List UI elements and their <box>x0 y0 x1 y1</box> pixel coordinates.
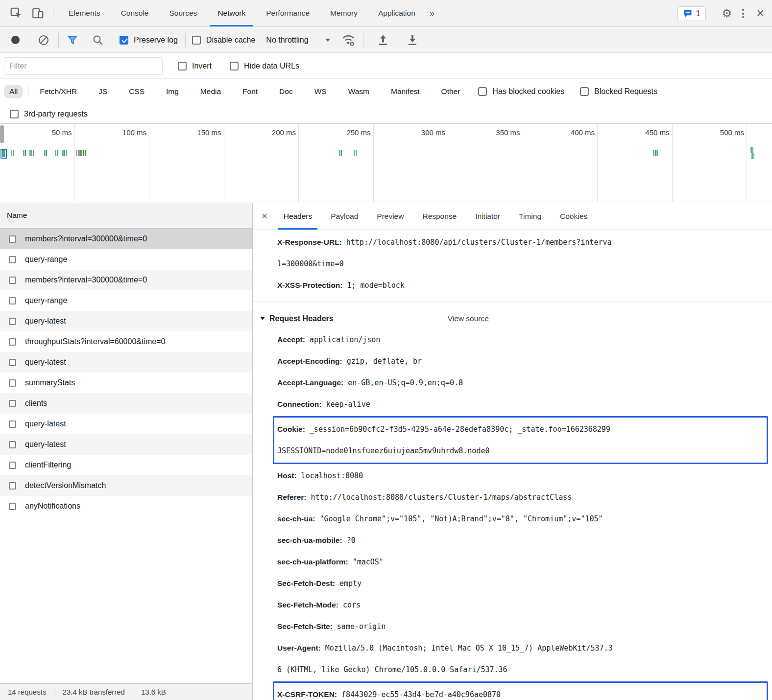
tab-memory[interactable]: Memory <box>320 0 368 26</box>
type-filter-fetch-xhr[interactable]: Fetch/XHR <box>34 85 82 98</box>
row-checkbox[interactable] <box>9 277 16 284</box>
tab-application[interactable]: Application <box>368 0 426 26</box>
throttling-dropdown[interactable]: No throttling <box>266 36 330 45</box>
row-checkbox[interactable] <box>9 338 16 346</box>
table-row[interactable]: throughputStats?interval=60000&time=0 <box>0 331 252 352</box>
tab-network[interactable]: Network <box>207 0 256 26</box>
request-mark[interactable] <box>23 150 26 156</box>
record-network-log-icon[interactable] <box>11 36 20 44</box>
type-filter-other[interactable]: Other <box>436 85 466 98</box>
type-filter-doc[interactable]: Doc <box>274 85 298 98</box>
more-options-icon[interactable] <box>737 9 749 18</box>
inspect-element-icon[interactable] <box>9 6 24 21</box>
table-row[interactable]: members?interval=300000&time=0 <box>0 270 252 290</box>
clear-network-log-icon[interactable] <box>36 33 51 47</box>
detail-tab-cookies[interactable]: Cookies <box>551 203 597 230</box>
detail-tab-initiator[interactable]: Initiator <box>466 203 509 230</box>
disable-cache-checkbox[interactable] <box>192 36 201 45</box>
more-tabs-icon[interactable]: » <box>426 8 439 19</box>
header-entry-highlighted: X-CSRF-TOKEN:f8443029-ec55-43d4-be7d-a40… <box>273 681 768 700</box>
table-row[interactable]: anyNotifications <box>0 496 252 516</box>
close-devtools-icon[interactable]: × <box>756 7 764 20</box>
blocked-requests-checkbox[interactable] <box>580 87 589 96</box>
request-headers-section[interactable]: Request Headers View source <box>253 308 772 329</box>
hide-data-urls-checkbox[interactable] <box>230 62 239 70</box>
row-checkbox[interactable] <box>9 318 16 325</box>
table-row[interactable]: query-latest <box>0 311 252 331</box>
overview-handle[interactable] <box>0 125 4 143</box>
network-conditions-icon[interactable] <box>341 33 356 47</box>
type-filter-font[interactable]: Font <box>237 85 263 98</box>
request-mark[interactable] <box>44 150 47 156</box>
tab-console[interactable]: Console <box>111 0 159 26</box>
row-checkbox[interactable] <box>9 297 16 304</box>
request-mark[interactable] <box>62 150 67 156</box>
view-source-button[interactable]: View source <box>448 314 489 323</box>
type-filter-all[interactable]: All <box>4 85 23 98</box>
table-row[interactable]: query-latest <box>0 414 252 434</box>
name-column-header[interactable]: Name <box>0 203 252 229</box>
request-name: clientFiltering <box>25 461 71 469</box>
table-row[interactable]: clientFiltering <box>0 455 252 475</box>
search-icon[interactable] <box>91 33 105 47</box>
device-toolbar-icon[interactable] <box>30 6 45 21</box>
filter-funnel-icon[interactable] <box>65 33 80 47</box>
detail-tab-payload[interactable]: Payload <box>321 203 367 230</box>
selected-request-mark[interactable] <box>0 149 7 159</box>
detail-tab-preview[interactable]: Preview <box>367 203 413 230</box>
request-mark[interactable] <box>76 150 86 156</box>
has-blocked-cookies-checkbox[interactable] <box>478 87 487 96</box>
detail-tab-response[interactable]: Response <box>413 203 466 230</box>
table-row[interactable]: summaryStats <box>0 373 252 393</box>
settings-gear-icon[interactable]: ⚙ <box>722 8 732 19</box>
har-export-icon[interactable] <box>405 33 420 47</box>
request-mark[interactable] <box>751 153 754 159</box>
table-row[interactable]: query-range <box>0 249 252 270</box>
type-filter-wasm[interactable]: Wasm <box>343 85 375 98</box>
request-detail-panel: × HeadersPayloadPreviewResponseInitiator… <box>253 203 772 700</box>
invert-checkbox[interactable] <box>178 62 187 70</box>
request-mark[interactable] <box>653 150 658 156</box>
issues-badge[interactable]: 1 <box>677 6 706 21</box>
request-mark[interactable] <box>354 150 357 156</box>
row-checkbox[interactable] <box>9 441 16 448</box>
detail-tab-headers[interactable]: Headers <box>274 203 322 230</box>
row-checkbox[interactable] <box>9 400 16 407</box>
request-mark[interactable] <box>29 150 34 156</box>
table-row[interactable]: clients <box>0 393 252 414</box>
preserve-log-checkbox[interactable] <box>120 36 128 45</box>
har-import-icon[interactable] <box>376 33 390 47</box>
filter-input[interactable] <box>4 57 163 75</box>
request-name: query-latest <box>25 358 66 367</box>
divider <box>53 6 53 21</box>
type-filter-ws[interactable]: WS <box>309 85 332 98</box>
row-checkbox[interactable] <box>9 420 16 428</box>
table-row[interactable]: query-latest <box>0 434 252 455</box>
request-mark[interactable] <box>55 150 58 156</box>
row-checkbox[interactable] <box>9 503 16 510</box>
third-party-checkbox[interactable] <box>10 110 19 118</box>
table-row[interactable]: query-range <box>0 290 252 311</box>
table-row[interactable]: members?interval=300000&time=0 <box>0 229 252 249</box>
type-filter-js[interactable]: JS <box>93 85 113 98</box>
row-checkbox[interactable] <box>9 256 16 263</box>
row-checkbox[interactable] <box>9 482 16 490</box>
request-mark[interactable] <box>11 150 14 156</box>
table-row[interactable]: query-latest <box>0 352 252 373</box>
row-checkbox[interactable] <box>9 462 16 469</box>
type-filter-manifest[interactable]: Manifest <box>386 85 425 98</box>
type-filter-media[interactable]: Media <box>195 85 226 98</box>
row-checkbox[interactable] <box>9 235 16 243</box>
close-detail-icon[interactable]: × <box>253 203 274 230</box>
detail-tab-timing[interactable]: Timing <box>509 203 551 230</box>
type-filter-img[interactable]: Img <box>161 85 184 98</box>
tab-elements[interactable]: Elements <box>58 0 111 26</box>
tab-performance[interactable]: Performance <box>256 0 320 26</box>
request-mark[interactable] <box>339 150 342 156</box>
table-row[interactable]: detectVersionMismatch <box>0 475 252 496</box>
row-checkbox[interactable] <box>9 359 16 366</box>
type-filter-css[interactable]: CSS <box>123 85 150 98</box>
tab-sources[interactable]: Sources <box>159 0 208 26</box>
waterfall-overview[interactable]: 50 ms100 ms150 ms200 ms250 ms300 ms350 m… <box>0 124 772 202</box>
row-checkbox[interactable] <box>9 379 16 387</box>
